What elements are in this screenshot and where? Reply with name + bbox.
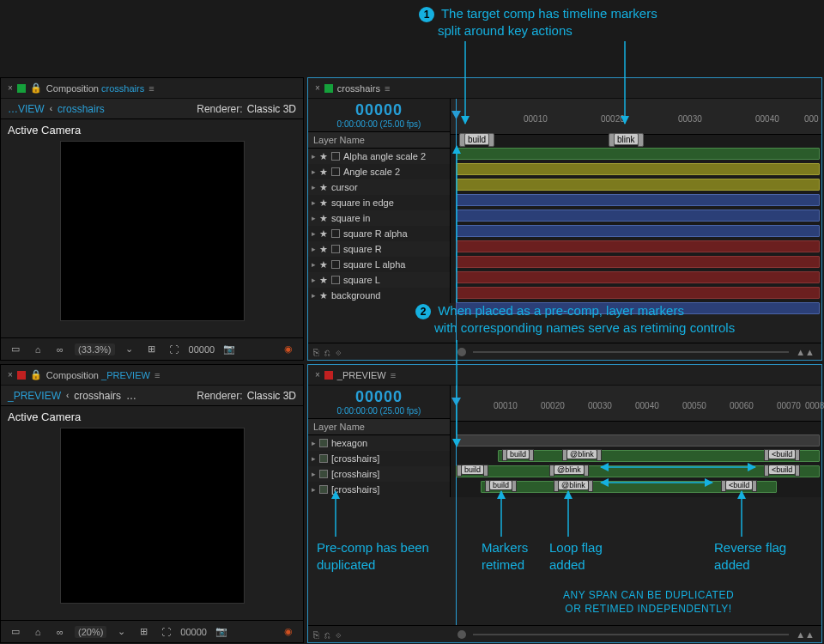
zoom-percent[interactable]: (33.3%) [75,343,115,355]
close-icon[interactable]: × [315,370,320,380]
timeline-tab[interactable]: × crosshairs ≡ [308,78,821,99]
layer-list: ▸★Alpha angle scale 2 ▸★Angle scale 2 ▸★… [308,149,450,303]
layer-row[interactable]: ▸★square in [308,210,450,226]
panel-menu-icon[interactable]: ≡ [385,83,390,94]
zoom-percent[interactable]: (20%) [75,626,106,638]
select-view-icon[interactable]: ⊞ [144,343,160,356]
crop-icon[interactable]: ⛶ [167,343,182,356]
layer-marker[interactable]: <build [768,449,796,459]
composition-viewer[interactable] [60,141,245,321]
glasses-icon[interactable]: ∞ [52,625,68,639]
panel-menu-icon[interactable]: ≡ [391,370,396,380]
close-icon[interactable]: × [8,370,13,380]
callout-2-badge: 2 [415,304,431,319]
glasses-icon[interactable]: ∞ [52,343,68,356]
layer-row[interactable]: ▸[crosshairs] [308,482,450,497]
layer-marker[interactable]: <build [768,465,796,475]
toggle-blend-icon[interactable]: ⟐ [336,347,342,357]
time-ruler[interactable]: 00010 00020 00030 00040 00050 00060 0007… [451,386,821,422]
renderer-value[interactable]: Classic 3D [247,103,296,115]
time-ruler[interactable]: 00010 00020 00030 00040 000 [451,99,821,135]
snapshot-icon[interactable]: 📷 [221,343,237,356]
disclosure-icon[interactable]: ▸ [312,152,316,161]
layer-row[interactable]: ▸★Alpha angle scale 2 [308,149,450,164]
disclosure-icon[interactable]: ▸ [312,183,316,191]
layer-row[interactable]: ▸★square R [308,241,450,257]
disclosure-icon[interactable]: ▸ [312,229,316,238]
disclosure-icon[interactable]: ▸ [312,214,316,222]
composition-viewer[interactable] [60,428,245,604]
disclosure-icon[interactable]: ▸ [312,260,316,269]
monitor-icon[interactable]: ▭ [8,343,23,356]
laptop-icon[interactable]: ⌂ [30,343,45,356]
zoom-in-icon[interactable]: ▲▲ [796,629,815,640]
layer-row[interactable]: ▸★cursor [308,179,450,195]
close-icon[interactable]: × [315,83,320,93]
layer-marker[interactable]: build [461,465,484,475]
zoom-slider-start[interactable] [457,630,466,639]
zoom-in-icon[interactable]: ▲▲ [796,347,815,357]
disclosure-icon[interactable]: ▸ [312,245,316,253]
comp-marker-build[interactable]: build [464,133,489,145]
timeline-track-area[interactable]: 00010 00020 00030 00040 00050 00060 0007… [451,386,821,497]
crop-icon[interactable]: ⛶ [158,625,173,639]
chevron-down-icon[interactable]: ⌄ [113,625,129,639]
layer-marker[interactable]: <build [725,480,753,490]
lock-icon[interactable]: 🔒 [30,369,42,380]
laptop-icon[interactable]: ⌂ [30,625,45,639]
layer-marker[interactable]: @blink [554,465,585,475]
panel-menu-icon[interactable]: ≡ [154,370,160,380]
crumb-segment[interactable]: _PREVIEW [8,390,61,402]
layer-marker[interactable]: build [506,449,530,459]
renderer-value[interactable]: Classic 3D [247,390,296,402]
timeline-tab[interactable]: × _PREVIEW ≡ [308,365,821,386]
timeline-track-area[interactable]: 00010 00020 00030 00040 000 build blink [451,99,821,303]
layer-row[interactable]: ▸★square L alpha [308,257,450,272]
layer-row[interactable]: ▸★background [308,288,450,303]
crumb-segment[interactable]: crosshairs [74,390,121,402]
toggle-switches-icon[interactable]: ⎘ [313,629,319,640]
layer-marker[interactable]: @blink [566,449,597,459]
layer-row[interactable]: ▸hexagon [308,435,450,451]
crumb-segment[interactable]: …VIEW [8,103,45,115]
disclosure-icon[interactable]: ▸ [312,276,316,284]
panel-tab[interactable]: × 🔒 Composition crosshairs ≡ [1,78,303,99]
layer-row[interactable]: ▸★square R alpha [308,226,450,241]
panel-menu-icon[interactable]: ≡ [148,83,154,94]
toggle-switches-icon[interactable]: ⎘ [313,347,319,357]
chevron-down-icon[interactable]: ⌄ [122,343,137,356]
layer-row[interactable]: ▸★square L [308,272,450,288]
viewer-footer: ▭ ⌂ ∞ (33.3%) ⌄ ⊞ ⛶ 00000 📷 ◉ [1,337,303,360]
playhead[interactable] [456,386,457,635]
layer-marker[interactable]: @blink [558,480,589,490]
toggle-modes-icon[interactable]: ⎌ [324,629,330,640]
disclosure-icon[interactable]: ▸ [312,198,316,207]
layer-row[interactable]: ▸[crosshairs] [308,451,450,466]
annotation-reverse: Reverse flagadded [714,539,786,573]
current-time[interactable]: 00000 0:00:00:00 (25.00 fps) [308,386,450,418]
lock-icon[interactable]: 🔒 [30,82,42,94]
current-time[interactable]: 00000 0:00:00:00 (25.00 fps) [308,99,450,131]
layer-row[interactable]: ▸[crosshairs] [308,466,450,482]
panel-tab[interactable]: × 🔒 Composition _PREVIEW ≡ [1,365,303,386]
disclosure-icon[interactable]: ▸ [312,291,316,300]
layer-list: ▸hexagon ▸[crosshairs] ▸[crosshairs] ▸[c… [308,435,450,497]
zoom-slider-start[interactable] [457,348,466,356]
toggle-modes-icon[interactable]: ⎌ [324,347,330,357]
layer-marker[interactable]: build [489,480,512,490]
channels-icon[interactable]: ◉ [281,625,296,639]
select-view-icon[interactable]: ⊞ [136,625,151,639]
snapshot-icon[interactable]: 📷 [214,625,229,639]
channels-icon[interactable]: ◉ [281,343,296,356]
disclosure-icon[interactable]: ▸ [312,167,316,176]
chevron-left-icon[interactable]: ‹ [66,391,69,400]
layer-row[interactable]: ▸★square in edge [308,195,450,210]
layer-row[interactable]: ▸★Angle scale 2 [308,164,450,179]
toggle-blend-icon[interactable]: ⟐ [336,629,342,640]
monitor-icon[interactable]: ▭ [8,625,23,639]
comp-marker-blink[interactable]: blink [614,133,639,145]
crumb-segment[interactable]: … [126,390,136,402]
crumb-segment[interactable]: crosshairs [58,103,105,115]
close-icon[interactable]: × [8,83,13,93]
chevron-left-icon[interactable]: ‹ [50,104,52,113]
